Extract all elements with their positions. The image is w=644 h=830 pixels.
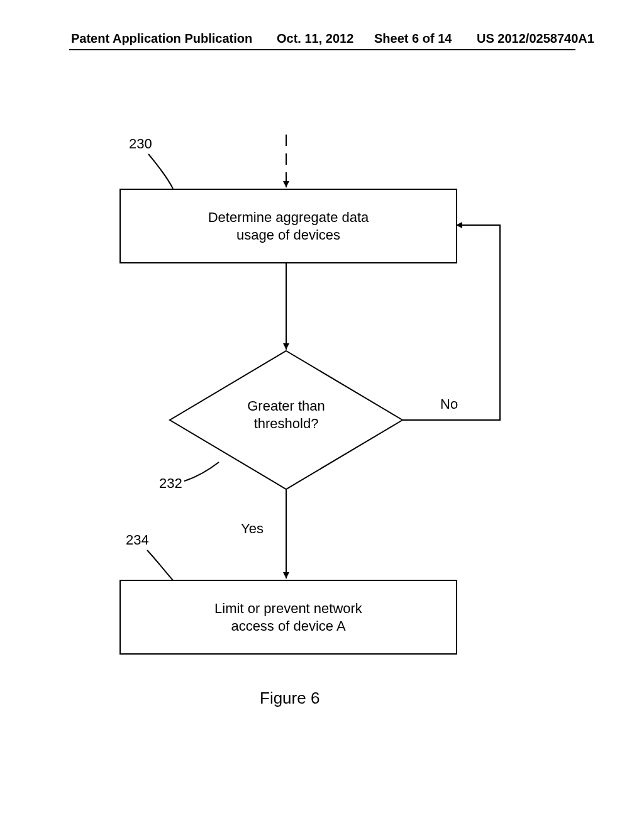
decision-232-line2: threshold? (208, 415, 365, 433)
decision-232-text: Greater than threshold? (208, 397, 365, 432)
figure-caption: Figure 6 (260, 689, 319, 708)
publication-number: US 2012/0258740A1 (477, 31, 594, 46)
header-rule (69, 49, 575, 50)
publication-date: Oct. 11, 2012 (277, 31, 353, 46)
process-box-230-line2: usage of devices (236, 226, 340, 244)
decision-232-line1: Greater than (208, 397, 365, 415)
sheet-number: Sheet 6 of 14 (374, 31, 452, 46)
process-box-230: Determine aggregate data usage of device… (119, 189, 457, 263)
branch-yes: Yes (241, 521, 264, 537)
publication-type: Patent Application Publication (71, 31, 252, 46)
ref-232: 232 (159, 475, 182, 492)
process-box-234: Limit or prevent network access of devic… (119, 580, 457, 655)
ref-230: 230 (129, 136, 152, 152)
process-box-234-line2: access of device A (231, 617, 345, 635)
ref-234: 234 (126, 532, 149, 548)
process-box-230-line1: Determine aggregate data (208, 209, 369, 226)
branch-no: No (440, 396, 458, 412)
process-box-234-line1: Limit or prevent network (214, 600, 362, 617)
page: Patent Application Publication Oct. 11, … (0, 0, 644, 830)
